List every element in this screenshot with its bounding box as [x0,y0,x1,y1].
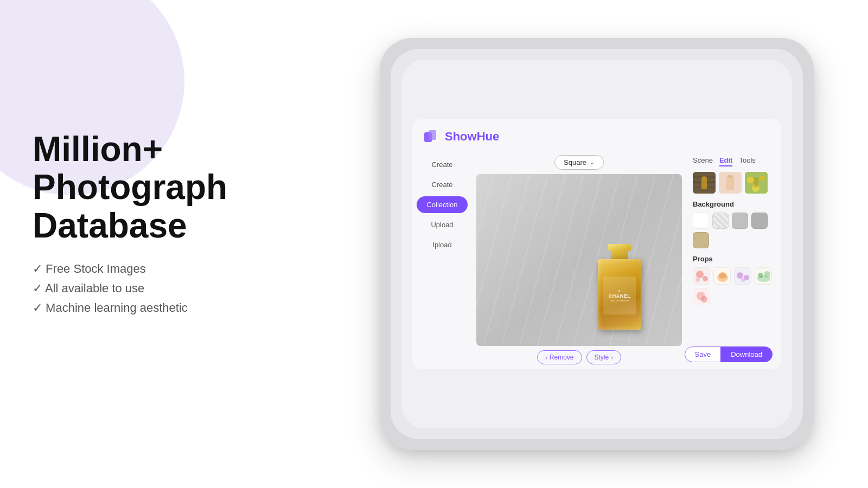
tray-middle: ShowHue Create Create Collection Upload … [391,49,803,439]
svg-rect-1 [429,130,436,140]
canvas-image-area: Nº CHANEL EAU DE PARFUM [476,174,682,346]
app-logo-icon [423,128,441,145]
svg-point-24 [737,272,743,279]
panel-tabs: Scene Edit Tools [693,156,775,166]
svg-point-30 [764,271,770,278]
svg-rect-7 [703,176,706,178]
svg-point-33 [701,296,707,303]
svg-point-19 [695,278,700,282]
feature-item: ✓ Machine learning aesthetic [33,301,227,315]
app-header: ShowHue [412,119,781,151]
bottle-body: Nº CHANEL EAU DE PARFUM [598,259,641,330]
sidebar-item-create2[interactable]: Create [417,176,468,193]
left-panel: Million+ Photograph Database ✓ Free Stoc… [33,130,227,320]
svg-point-13 [760,176,765,181]
swatch-tan[interactable] [693,232,709,248]
chevron-down-icon: ⌄ [590,159,595,166]
remove-label: Remove [550,354,574,361]
sidebar-item-create1[interactable]: Create [417,156,468,173]
props-grid [693,267,775,305]
perfume-scene: Nº CHANEL EAU DE PARFUM [476,174,682,346]
tab-scene[interactable]: Scene [693,156,713,166]
prop-thumb-4[interactable] [755,267,772,285]
svg-point-26 [741,278,745,282]
canvas-area: Square ⌄ [472,151,686,369]
svg-point-22 [719,272,726,279]
tab-edit[interactable]: Edit [719,156,733,166]
style-button[interactable]: Style › [586,350,621,364]
tray-outer: ShowHue Create Create Collection Upload … [380,38,814,450]
prop-thumb-2[interactable] [713,267,731,285]
scene-thumbnails [693,172,775,194]
perfume-bottle: Nº CHANEL EAU DE PARFUM [590,243,649,330]
canvas-bottom-toolbar: ‹ Remove Style › [476,350,682,364]
swatch-pattern[interactable] [712,213,729,229]
action-buttons: Save Download [685,346,773,362]
remove-button[interactable]: ‹ Remove [537,350,582,364]
scene-thumb-1[interactable] [693,172,716,194]
save-button[interactable]: Save [685,346,722,362]
format-selector[interactable]: Square ⌄ [554,155,604,170]
swatch-gray[interactable] [732,213,748,229]
right-panel: Scene Edit Tools [686,151,781,369]
svg-point-10 [727,175,733,178]
canvas-toolbar: Square ⌄ [476,155,682,170]
format-label: Square [564,158,586,166]
device-wrapper: ShowHue Create Create Collection Upload … [369,22,825,466]
prop-thumb-5[interactable] [693,288,710,305]
app-body: Create Create Collection Upload Ipload [412,151,781,369]
prop-thumb-1[interactable] [693,267,710,285]
app-window: ShowHue Create Create Collection Upload … [412,119,781,369]
svg-point-12 [747,177,754,183]
tray-inner: ShowHue Create Create Collection Upload … [401,60,792,428]
swatch-dark-gray[interactable] [751,213,768,229]
feature-item: ✓ Free Stock Images [33,262,227,276]
props-label: Props [693,255,775,263]
sidebar-item-upload[interactable]: Upload [417,216,468,233]
svg-point-18 [703,276,708,281]
scene-thumb-3[interactable] [745,172,768,194]
svg-rect-9 [726,176,734,190]
chevron-right-icon: › [611,354,613,361]
feature-item: ✓ All available to use [33,281,227,296]
prop-thumb-3[interactable] [734,267,751,285]
chevron-left-icon: ‹ [545,354,547,361]
bottle-label: Nº CHANEL EAU DE PARFUM [603,277,636,314]
sidebar: Create Create Collection Upload Ipload [412,151,472,369]
tab-tools[interactable]: Tools [739,156,755,166]
svg-rect-15 [754,177,758,187]
svg-rect-6 [701,177,707,189]
style-label: Style [595,354,609,361]
marble-texture [476,174,682,346]
svg-point-17 [696,271,704,278]
hero-title: Million+ Photograph Database [33,130,227,245]
sidebar-item-ipload[interactable]: Ipload [417,236,468,253]
swatch-white[interactable] [693,213,709,229]
svg-point-29 [758,273,763,278]
sidebar-item-collection[interactable]: Collection [417,196,468,213]
features-list: ✓ Free Stock Images ✓ All available to u… [33,262,227,315]
bottle-neck [611,249,628,260]
app-logo-text: ShowHue [445,130,499,144]
scene-thumb-2[interactable] [719,172,742,194]
download-button[interactable]: Download [720,346,773,362]
background-label: Background [693,200,775,208]
background-swatches [693,213,775,248]
